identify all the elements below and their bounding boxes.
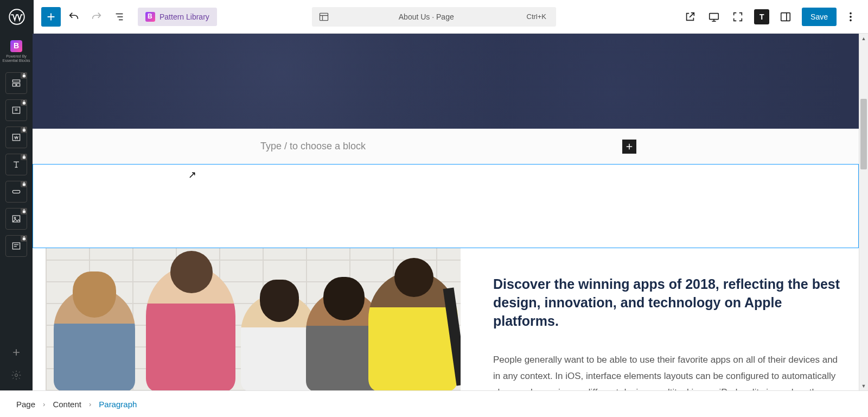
mouse-cursor-icon — [188, 169, 196, 181]
typography-icon — [11, 159, 22, 170]
svg-rect-9 — [17, 84, 20, 86]
sidebar-block-item-4[interactable] — [5, 154, 27, 175]
blocks-sidebar: Powered By Essential Blocks — [0, 34, 33, 390]
page-command-bar[interactable]: About Us · Page Ctrl+K — [312, 7, 556, 27]
word-block-icon — [11, 132, 22, 143]
fullscreen-icon — [732, 11, 744, 23]
fullscreen-button[interactable] — [728, 7, 748, 27]
empty-block-row[interactable]: Type / to choose a block — [33, 129, 859, 164]
add-block-button[interactable] — [41, 7, 61, 27]
command-shortcut: Ctrl+K — [517, 12, 556, 21]
svg-point-5 — [850, 16, 852, 17]
content-heading[interactable]: Discover the winning apps of 2018, refle… — [493, 275, 843, 330]
top-toolbar: Pattern Library About Us · Page Ctrl+K T… — [0, 0, 868, 34]
sidebar-block-item-5[interactable] — [5, 181, 27, 203]
block-breadcrumb: Page › Content › Paragraph — [0, 390, 868, 417]
content-image[interactable] — [46, 248, 461, 390]
sidebar-panel-icon — [780, 11, 792, 23]
chevron-right-icon: › — [43, 400, 45, 408]
wordpress-logo[interactable] — [0, 0, 34, 34]
sidebar-block-item-2[interactable] — [5, 99, 27, 121]
redo-button[interactable] — [87, 7, 106, 27]
document-overview-button[interactable] — [110, 7, 129, 27]
sidebar-block-item-3[interactable] — [5, 127, 27, 148]
page-title-label: About Us · Page — [336, 12, 517, 21]
content-paragraph[interactable]: People generally want to be able to use … — [493, 352, 843, 390]
settings-sidebar-button[interactable] — [776, 7, 795, 27]
vertical-scrollbar[interactable]: ▲ ▼ — [859, 34, 868, 390]
external-link-icon — [684, 11, 696, 23]
essential-blocks-logo[interactable]: Powered By Essential Blocks — [2, 38, 31, 67]
svg-point-6 — [850, 19, 852, 21]
breadcrumb-content[interactable]: Content — [53, 400, 81, 409]
svg-rect-7 — [12, 80, 20, 82]
gear-icon — [11, 370, 22, 381]
lock-icon — [21, 72, 27, 79]
sidebar-block-item-7[interactable] — [5, 235, 27, 257]
text-block-icon — [11, 105, 22, 116]
plus-icon — [11, 347, 22, 358]
list-view-icon — [113, 11, 125, 23]
template-icon — [11, 78, 22, 89]
sidebar-add-button[interactable] — [8, 344, 25, 361]
lock-icon — [21, 154, 27, 160]
save-button[interactable]: Save — [802, 8, 837, 26]
sidebar-block-item-1[interactable] — [5, 72, 27, 94]
toolbar-left-group: Pattern Library — [34, 7, 217, 27]
button-block-icon — [11, 186, 22, 197]
redo-icon — [91, 11, 103, 23]
undo-icon — [68, 11, 80, 23]
block-placeholder-text: Type / to choose a block — [260, 141, 366, 152]
inline-add-block-button[interactable] — [622, 140, 636, 154]
essential-blocks-label-2: Essential Blocks — [3, 59, 30, 63]
undo-button[interactable] — [64, 7, 84, 27]
form-block-icon — [11, 241, 22, 251]
hero-cover-block[interactable] — [33, 34, 859, 129]
lock-icon — [21, 127, 27, 133]
layout-icon — [312, 11, 336, 22]
desktop-preview-button[interactable] — [704, 7, 724, 27]
svg-point-4 — [850, 12, 852, 14]
canvas-inner: Type / to choose a block Discover the wi… — [33, 34, 859, 390]
pattern-library-icon — [145, 12, 155, 22]
chevron-right-icon: › — [89, 400, 91, 408]
sidebar-bottom-group — [8, 344, 25, 390]
desktop-icon — [708, 11, 720, 23]
sidebar-settings-button[interactable] — [8, 367, 25, 384]
svg-point-0 — [9, 9, 24, 24]
sidebar-block-item-6[interactable] — [5, 208, 27, 230]
svg-point-16 — [15, 374, 18, 377]
content-columns-block[interactable]: Discover the winning apps of 2018, refle… — [33, 248, 859, 390]
svg-rect-12 — [12, 190, 20, 193]
svg-point-14 — [14, 217, 16, 219]
editor-canvas: Type / to choose a block Discover the wi… — [33, 34, 868, 390]
pattern-library-button[interactable]: Pattern Library — [138, 8, 217, 26]
svg-rect-8 — [12, 84, 16, 86]
templately-icon: T — [754, 9, 769, 24]
toolbar-right-group: T Save — [680, 7, 868, 27]
svg-rect-3 — [781, 12, 790, 21]
templately-button[interactable]: T — [752, 7, 771, 27]
breadcrumb-page[interactable]: Page — [16, 400, 35, 409]
lock-icon — [21, 181, 27, 187]
svg-rect-2 — [710, 13, 719, 19]
scrollbar-thumb[interactable] — [860, 99, 867, 169]
essential-blocks-icon — [10, 40, 22, 52]
plus-icon — [624, 142, 634, 151]
lock-icon — [21, 208, 27, 214]
content-text-column[interactable]: Discover the winning apps of 2018, refle… — [461, 248, 859, 390]
scroll-down-button[interactable]: ▼ — [859, 381, 868, 390]
selected-paragraph-block[interactable] — [33, 164, 859, 248]
wordpress-icon — [9, 9, 25, 25]
plus-icon — [45, 11, 57, 23]
breadcrumb-paragraph[interactable]: Paragraph — [99, 400, 137, 409]
svg-rect-1 — [320, 13, 328, 20]
options-menu-button[interactable] — [841, 7, 860, 27]
lock-icon — [21, 235, 27, 242]
svg-rect-15 — [12, 243, 20, 249]
image-block-icon — [11, 213, 22, 224]
essential-blocks-label-1: Powered By — [3, 54, 30, 59]
kebab-icon — [845, 11, 857, 23]
scroll-up-button[interactable]: ▲ — [859, 34, 868, 43]
view-page-button[interactable] — [680, 7, 700, 27]
